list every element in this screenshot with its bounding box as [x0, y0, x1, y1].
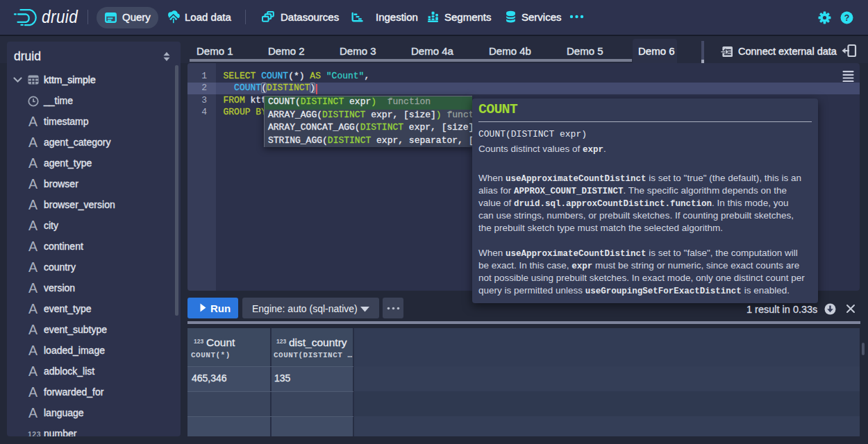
svg-text:?: ? — [844, 13, 850, 23]
